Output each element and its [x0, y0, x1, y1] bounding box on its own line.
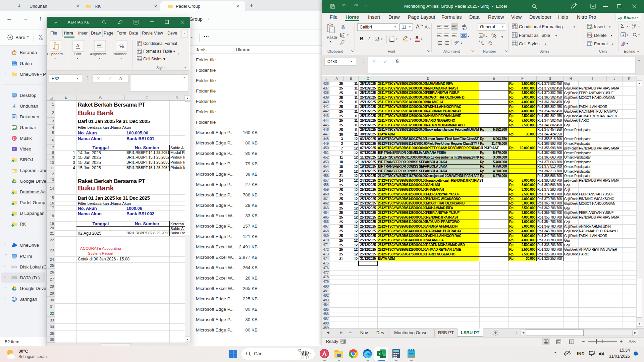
- svg-text:.00: .00: [480, 43, 484, 46]
- svg-text:A: A: [632, 24, 634, 26]
- svg-text:0: 0: [490, 43, 492, 46]
- svg-text:A: A: [76, 43, 79, 48]
- svg-text:Z: Z: [632, 26, 634, 29]
- svg-text:ab: ab: [454, 41, 458, 44]
- svg-text:X: X: [378, 352, 381, 356]
- svg-text:%: %: [119, 43, 124, 49]
